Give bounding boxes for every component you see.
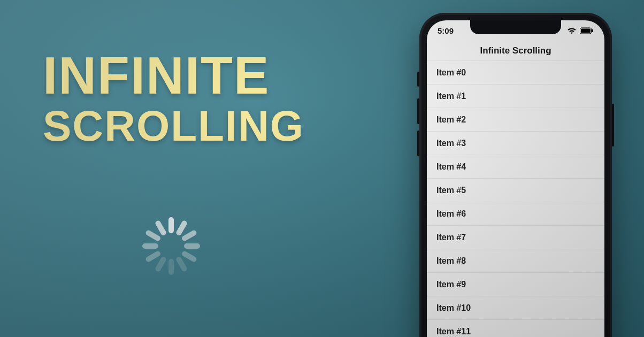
volume-up-button <box>417 98 419 124</box>
list-item-label: Item #6 <box>436 209 466 219</box>
headline-line-2: SCROLLING <box>43 105 304 148</box>
list-item[interactable]: Item #10 <box>427 296 604 320</box>
list-item[interactable]: Item #8 <box>427 249 604 273</box>
list-item[interactable]: Item #4 <box>427 155 604 179</box>
list-item-label: Item #8 <box>436 256 466 266</box>
list-item[interactable]: Item #6 <box>427 202 604 226</box>
list-item-label: Item #2 <box>436 115 466 125</box>
loading-spinner-icon <box>139 214 203 278</box>
spinner-spoke <box>145 229 162 242</box>
headline-line-1: INFINITE <box>43 49 304 102</box>
phone-mockup: 5:09 <box>419 13 612 337</box>
list-item-label: Item #0 <box>436 68 466 78</box>
list-item-label: Item #7 <box>436 233 466 242</box>
list-item[interactable]: Item #1 <box>427 85 604 108</box>
promo-stage: INFINITE SCROLLING 5:09 <box>0 0 644 337</box>
spinner-spoke <box>184 243 200 249</box>
status-time: 5:09 <box>438 26 454 35</box>
svg-rect-1 <box>581 28 591 33</box>
volume-down-button <box>417 131 419 156</box>
mute-switch <box>417 72 419 87</box>
battery-icon <box>580 27 594 34</box>
list-item[interactable]: Item #7 <box>427 226 604 249</box>
nav-title: Infinite Scrolling <box>480 45 551 56</box>
list-item[interactable]: Item #9 <box>427 273 604 296</box>
status-icons <box>567 27 594 34</box>
headline: INFINITE SCROLLING <box>43 49 304 148</box>
list-item[interactable]: Item #5 <box>427 179 604 202</box>
list-item[interactable]: Item #0 <box>427 61 604 85</box>
wifi-icon <box>567 27 577 34</box>
list-item[interactable]: Item #2 <box>427 108 604 132</box>
spinner-spoke <box>155 220 167 236</box>
spinner-spoke <box>168 259 174 275</box>
list-item-label: Item #5 <box>436 186 466 195</box>
list-item-label: Item #10 <box>436 303 471 313</box>
list-item-label: Item #11 <box>436 327 471 336</box>
spinner-spoke <box>142 243 158 249</box>
list-view[interactable]: Item #0Item #1Item #2Item #3Item #4Item … <box>427 61 604 337</box>
spinner-spoke <box>168 217 174 233</box>
phone-screen: 5:09 <box>427 20 604 337</box>
list-item[interactable]: Item #3 <box>427 132 604 155</box>
list-item-label: Item #4 <box>436 162 466 172</box>
power-button <box>612 104 614 147</box>
phone-notch <box>470 20 561 34</box>
list-item-label: Item #3 <box>436 139 466 148</box>
spinner-spoke <box>175 256 188 272</box>
spinner-spoke <box>155 256 167 272</box>
list-item-label: Item #1 <box>436 91 466 101</box>
spinner-spoke <box>181 250 197 263</box>
nav-bar: Infinite Scrolling <box>427 41 604 61</box>
svg-rect-2 <box>592 29 594 32</box>
spinner-spoke <box>181 229 197 242</box>
list-item[interactable]: Item #11 <box>427 320 604 337</box>
list-item-label: Item #9 <box>436 280 466 289</box>
